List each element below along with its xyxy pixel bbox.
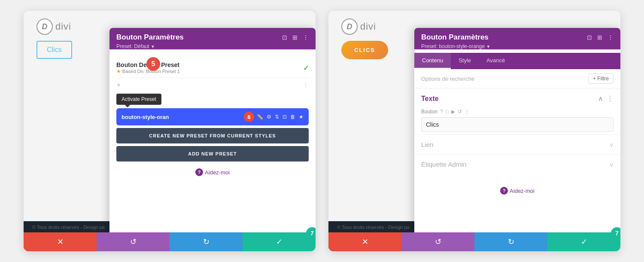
right-divi-logo: D divi (341, 18, 376, 35)
left-preset-active-row[interactable]: bouton-style-oran 6 ✏️ ⚙ ⇅ ⊡ 🗑 ★ (116, 108, 309, 125)
right-logo-text: divi (360, 21, 376, 32)
left-active-copy-icon[interactable]: ⊡ (283, 114, 287, 120)
right-modal-body: Options de recherche + Filtre Texte ∧ ⋮ … (414, 69, 620, 199)
right-help-link[interactable]: ? Aidez-moi (419, 187, 616, 195)
left-preset-star-1: ★ (116, 68, 121, 74)
right-section-dots[interactable]: ⋮ (607, 94, 614, 103)
left-copyright: © Tous droits réservés - Design pa (32, 225, 105, 230)
right-tab-avance[interactable]: Avancé (479, 53, 513, 69)
step-badge-6: 6 (244, 112, 254, 122)
left-icon-more[interactable]: ⋮ (303, 34, 309, 41)
left-modal: Bouton Paramètres ⊡ ⊞ ⋮ Preset: Défaut ▼… (109, 28, 316, 251)
left-create-preset-btn[interactable]: CREATE NEW PRESET FROM CURRENT STYLES (116, 128, 309, 143)
right-section-lien[interactable]: Lien ∨ (414, 134, 620, 154)
left-modal-body: Bouton Default Preset ★ Based On: Bouton… (109, 53, 316, 186)
left-preset-2-star: ★ (116, 82, 121, 88)
left-cancel-btn[interactable]: ✕ (24, 232, 97, 251)
right-modal-subtitle: Preset: bouton-style-orange ▼ (421, 43, 614, 49)
right-field-bouton-input[interactable] (421, 117, 614, 132)
left-help-text: Aidez-moi (205, 169, 230, 176)
left-modal-header: Bouton Paramètres ⊡ ⊞ ⋮ Preset: Défaut ▼ (109, 28, 316, 49)
right-redo-btn[interactable]: ↻ (474, 232, 547, 251)
right-modal-tabs: Contenu Style Avancé (414, 53, 620, 69)
left-badge-7: 7 (306, 227, 316, 239)
left-preset-item-2-row: ★ ⋮ (116, 78, 309, 92)
right-field-bouton: Bouton ? □ ▶ ↺ ⋮ (414, 106, 620, 134)
right-logo-circle: D (341, 18, 358, 35)
left-divi-logo: D divi (36, 18, 71, 35)
right-section-chevron[interactable]: ∧ (598, 94, 603, 103)
left-preview-btn[interactable]: Clics (36, 41, 72, 59)
right-panel: D divi CLICS Mentions Légales Politique … (328, 11, 620, 251)
left-logo-circle: D (36, 18, 53, 35)
left-active-settings-icon[interactable]: ⚙ (267, 114, 271, 120)
left-preset-item-1[interactable]: Bouton Default Preset ★ Based On: Bouton… (116, 58, 309, 78)
left-button-preview: Clics (36, 41, 72, 59)
left-help-icon: ? (195, 168, 203, 176)
right-help-icon: ? (500, 187, 508, 195)
right-field-reset-icon[interactable]: ↺ (458, 109, 462, 115)
left-action-bar: ✕ ↺ ↻ ✓ 7 (24, 232, 316, 251)
left-icon-columns[interactable]: ⊞ (292, 34, 298, 41)
left-logo-text: divi (55, 21, 71, 32)
left-help-section: ? Aidez-moi (116, 164, 309, 180)
left-preset-2-left: ★ (116, 82, 121, 88)
right-badge-7: 7 (611, 227, 620, 239)
left-reset-btn[interactable]: ↺ (97, 232, 170, 251)
right-modal-header: Bouton Paramètres ⊡ ⊞ ⋮ Preset: bouton-s… (414, 28, 620, 49)
right-lien-chevron: ∨ (609, 141, 614, 148)
right-preview-btn[interactable]: CLICS (341, 41, 388, 59)
left-save-btn[interactable]: ✓ (243, 232, 316, 251)
right-modal-header-icons: ⊡ ⊞ ⋮ (587, 34, 614, 41)
right-reset-btn[interactable]: ↺ (401, 232, 474, 251)
right-icon-fullscreen[interactable]: ⊡ (587, 34, 592, 41)
right-help-text: Aidez-moi (510, 188, 535, 194)
left-redo-btn[interactable]: ↻ (170, 232, 243, 251)
right-button-preview: CLICS (341, 41, 388, 59)
right-copyright: © Tous droits réservés - Design pa (337, 225, 410, 230)
right-icon-more[interactable]: ⋮ (608, 34, 614, 41)
left-preset-active-name: bouton-style-oran (122, 114, 169, 120)
right-tab-contenu[interactable]: Contenu (414, 53, 451, 69)
right-section-admin-title: Étiquette Admin (421, 161, 466, 168)
left-tooltip-activate: Activate Preset (116, 94, 161, 105)
left-preset-list: Bouton Default Preset ★ Based On: Bouton… (109, 53, 316, 186)
right-field-bouton-label: Bouton (421, 109, 437, 115)
right-field-more-icon[interactable]: ⋮ (465, 109, 470, 115)
right-section-texte-title: Texte (421, 95, 439, 103)
right-section-lien-title: Lien (421, 141, 433, 148)
left-modal-title: Bouton Paramètres (116, 33, 184, 42)
left-active-link-icon[interactable]: ⇅ (275, 114, 279, 120)
right-field-desktop-icon[interactable]: □ (446, 109, 449, 115)
right-icon-columns[interactable]: ⊞ (597, 34, 602, 41)
left-modal-header-icons: ⊡ ⊞ ⋮ (282, 34, 309, 41)
left-active-trash-icon[interactable]: 🗑 (290, 114, 295, 120)
right-filter-btn[interactable]: + Filtre (588, 73, 614, 84)
right-cancel-btn[interactable]: ✕ (328, 232, 401, 251)
left-add-preset-btn[interactable]: ADD NEW PRESET (116, 146, 309, 161)
left-active-edit-icon[interactable]: ✏️ (257, 114, 263, 120)
left-help-link[interactable]: ? Aidez-moi (121, 168, 304, 176)
left-modal-subtitle: Preset: Défaut ▼ (116, 43, 309, 49)
right-section-admin[interactable]: Étiquette Admin ∨ (414, 154, 620, 174)
right-section-texte-header: Texte ∧ ⋮ (414, 88, 620, 106)
left-icon-fullscreen[interactable]: ⊡ (282, 34, 287, 41)
right-tab-style[interactable]: Style (451, 53, 479, 69)
right-action-bar: ✕ ↺ ↻ ✓ 7 (328, 232, 620, 251)
right-section-texte-icons: ∧ ⋮ (598, 94, 614, 103)
right-save-btn[interactable]: ✓ (547, 232, 620, 251)
right-field-cursor-icon[interactable]: ▶ (451, 109, 455, 115)
right-search-bar: Options de recherche + Filtre (414, 69, 620, 88)
right-help-section: ? Aidez-moi (414, 183, 620, 199)
right-modal-title: Bouton Paramètres (421, 33, 489, 42)
left-panel: D divi Clics Mentions Légales Politique … (24, 11, 316, 251)
left-preset-2-dots[interactable]: ⋮ (303, 82, 309, 88)
right-field-help-icon: ? (440, 109, 443, 115)
right-field-bouton-label-row: Bouton ? □ ▶ ↺ ⋮ (421, 109, 614, 115)
step-badge-5: 5 (146, 57, 160, 71)
left-active-star-icon[interactable]: ★ (299, 114, 304, 120)
right-modal: Bouton Paramètres ⊡ ⊞ ⋮ Preset: bouton-s… (414, 28, 620, 251)
left-preset-check-1: ✓ (303, 64, 309, 72)
right-search-placeholder: Options de recherche (421, 76, 474, 82)
left-preset-active-icons: ✏️ ⚙ ⇅ ⊡ 🗑 ★ (257, 114, 304, 120)
